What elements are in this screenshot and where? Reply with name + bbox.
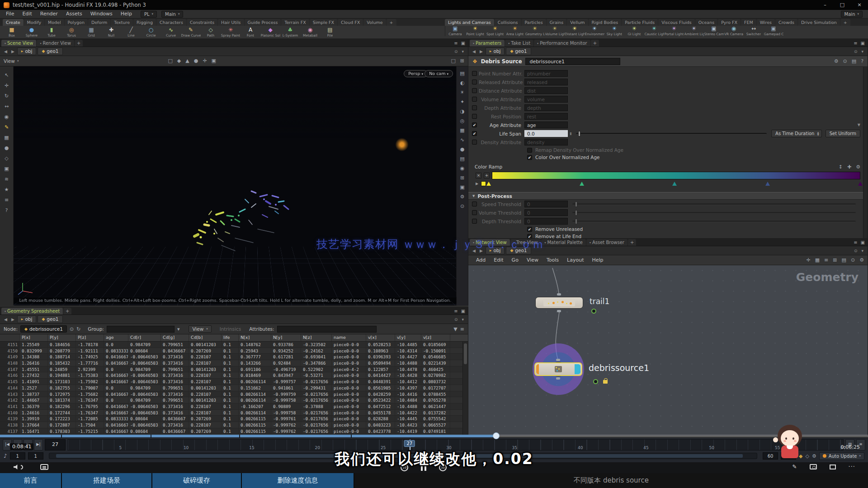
pane-tab-add-button[interactable]: + xyxy=(63,308,71,314)
column-header-v-y[interactable]: v[y] xyxy=(395,334,421,341)
checkbox-remove-unreleased[interactable]: ✔ xyxy=(527,227,532,232)
checkbox-remap-density-over-normalized-age[interactable] xyxy=(527,148,532,153)
table-row[interactable]: 41451.410910.173103-1.759820.0416667-0.0… xyxy=(0,379,468,385)
slider-handle[interactable] xyxy=(575,210,577,216)
geometry-mode-icon[interactable]: ▲ xyxy=(185,58,189,64)
pane-tab-parameters[interactable]: ▾Parameters xyxy=(470,40,505,47)
table-row[interactable]: 41421.446670.181374-1.763470.00.9847090.… xyxy=(0,397,468,404)
checkbox-volume-attribute[interactable] xyxy=(472,97,477,102)
table-row[interactable]: 41401.246160.172744-1.763470.0416667-0.0… xyxy=(0,410,468,416)
pane-tab-material-palette[interactable]: ▾Material Palette xyxy=(541,239,585,246)
select-tool-icon[interactable]: ↖ xyxy=(5,73,9,78)
shelf-tab-hair-utils[interactable]: Hair Utils xyxy=(218,19,244,26)
shelf-tool-circle[interactable]: ○Circle xyxy=(141,26,161,38)
network-menu-edit[interactable]: Edit xyxy=(490,255,507,265)
audio-button[interactable]: ♪ xyxy=(4,453,7,459)
grid-icon[interactable]: ⊞ xyxy=(460,175,464,181)
pane-menu-icon[interactable]: ≡ xyxy=(854,41,860,47)
shelf-tab-create[interactable]: Create xyxy=(3,19,24,26)
slider-speed-threshold[interactable] xyxy=(572,203,856,205)
column-header-cd-r[interactable]: Cd[r] xyxy=(128,334,161,341)
table-row[interactable]: 41500.8329990.208779-1.921110.08333330.0… xyxy=(0,348,468,354)
gamma-icon[interactable]: ◉ xyxy=(460,166,465,171)
wireframe-icon[interactable]: ▦ xyxy=(460,128,464,133)
shelf-tool-font[interactable]: AFont xyxy=(241,26,260,38)
shelf-tab-texture[interactable]: Texture xyxy=(111,19,133,26)
ramp-add-point-button[interactable]: + xyxy=(484,173,490,178)
shelf-tool-camera[interactable]: ▣Camera xyxy=(445,26,465,36)
checkbox-age-attribute[interactable]: ✔ xyxy=(472,122,477,127)
view-menu[interactable]: View▾ xyxy=(4,58,19,64)
ramp-marker[interactable] xyxy=(672,182,677,186)
field-life-span[interactable]: 0.0 xyxy=(524,130,568,137)
shelf-tool-volume-light[interactable]: ☀Volume Light xyxy=(545,26,565,36)
shelf-tab-lights-and-cameras[interactable]: Lights and Cameras xyxy=(445,19,494,26)
checkbox-speed-threshold[interactable] xyxy=(472,202,477,206)
table-row[interactable]: 41431.387370.172975-1.756820.0416667-0.0… xyxy=(0,391,468,398)
range-slider[interactable] xyxy=(49,453,757,459)
ramp-settings-icon[interactable]: ⚙ xyxy=(856,164,860,170)
menu-render[interactable]: Render xyxy=(36,10,62,18)
pane-tab-scene-view[interactable]: ▾Scene View xyxy=(1,40,36,47)
trail1-label[interactable]: trail1 xyxy=(590,297,609,306)
debrissource1-input-connector[interactable] xyxy=(556,359,560,361)
pane-maximize-icon[interactable]: ▣ xyxy=(461,41,468,47)
checkbox-density-attribute[interactable] xyxy=(472,140,477,145)
column-header-p-y[interactable]: P[y] xyxy=(48,334,76,341)
pane-tab-asset-browser[interactable]: ▾Asset Browser xyxy=(586,239,627,246)
pane-tab-geometry-spreadsheet[interactable]: ▾Geometry Spreadsheet xyxy=(1,308,63,314)
global-start-field[interactable]: 1 xyxy=(10,452,25,460)
checkbox-color-over-normalized-age[interactable]: ✔ xyxy=(527,155,532,160)
slider-handle[interactable] xyxy=(578,131,580,136)
pin-pane-icon[interactable]: ⊙ xyxy=(853,249,859,253)
volume-button[interactable] xyxy=(14,465,23,470)
forward-icon[interactable]: ▶ xyxy=(478,49,484,54)
pin-pane-icon[interactable]: ⊙ xyxy=(453,49,459,54)
snap-grid-icon[interactable]: ▦ xyxy=(4,135,9,141)
debrissource1-label[interactable]: debrissource1 xyxy=(589,363,649,373)
playback-settings-icon[interactable]: ⚙ xyxy=(812,453,816,459)
column-header-p-z[interactable]: P[z] xyxy=(76,334,104,341)
color-ramp[interactable] xyxy=(492,172,860,179)
ramp-point-swatch[interactable] xyxy=(481,181,486,186)
node-name-field[interactable]: debrissource1 xyxy=(525,58,620,65)
sync-icon[interactable]: ↻ xyxy=(76,326,80,332)
shelf-tool-spray-paint[interactable]: ✳Spray Paint xyxy=(221,26,241,38)
search-icon[interactable]: ⊙ xyxy=(851,257,855,263)
pane-menu-icon[interactable]: ≡ xyxy=(454,309,460,314)
shelf-tab-cloud-fx[interactable]: Cloud FX xyxy=(338,19,363,26)
lighting-icon[interactable]: ☀ xyxy=(460,90,465,95)
network-menu-view[interactable]: View xyxy=(523,255,542,265)
shelf-tool-switcher[interactable]: ↔Switcher xyxy=(744,26,764,36)
network-menu-tools[interactable]: Tools xyxy=(542,255,563,265)
shelf-tool-sky-light[interactable]: ☀Sky Light xyxy=(604,26,624,36)
shelf-tab-vellum[interactable]: Vellum xyxy=(567,19,588,26)
field-rest-position[interactable]: rest xyxy=(524,113,568,120)
danmaku-toggle-button[interactable] xyxy=(40,464,48,470)
pin-node-icon[interactable]: ⊙ xyxy=(70,326,74,332)
column-header-n-x[interactable]: N[x] xyxy=(239,334,271,341)
reflections-icon[interactable]: ◎ xyxy=(460,118,465,124)
set-uniform-button[interactable]: Set Uniform xyxy=(826,130,860,137)
slider-depth-threshold[interactable] xyxy=(572,221,856,222)
path-options-icon[interactable]: ▾ xyxy=(860,249,865,253)
pane-tab-network-view[interactable]: ▾Network View xyxy=(470,239,510,246)
menu-windows[interactable]: Windows xyxy=(86,10,117,18)
pane-tab-add-button[interactable]: + xyxy=(75,40,83,47)
pane-maximize-icon[interactable]: ▣ xyxy=(861,240,868,246)
table-row[interactable]: 41371.164710.178303-1.752150.04166670.08… xyxy=(0,428,468,435)
pane-tab-performance-monitor[interactable]: ▾Performance Monitor xyxy=(534,40,590,47)
filter-icon[interactable]: ▼ xyxy=(453,326,457,332)
viewport-3d[interactable]: Persp ▾ No cam ▾ Left mouse tumbles. Mid… xyxy=(14,66,457,305)
field-volume-threshold[interactable]: 0 xyxy=(524,209,568,216)
table-row[interactable]: 41471.455510.248592.923990.00.9847090.79… xyxy=(0,366,468,373)
shelf-tab-fem[interactable]: FEM xyxy=(741,19,756,26)
shelf-tool-torus[interactable]: ◎Torus xyxy=(61,26,81,38)
shelf-tab-add-button[interactable]: + xyxy=(840,19,850,26)
breadcrumb-geo1[interactable]: ◆geo1 xyxy=(38,47,62,55)
shelf-tab-guide-process[interactable]: Guide Process xyxy=(245,19,281,26)
pane-tab-add-button[interactable]: + xyxy=(591,40,599,47)
pane-menu-icon[interactable]: ≡ xyxy=(854,240,860,246)
table-row[interactable]: 41511.255490.184656-1.781780.00.9847090.… xyxy=(0,342,468,348)
shelf-tool-vr-camera[interactable]: ◉VR Camera xyxy=(724,26,744,36)
